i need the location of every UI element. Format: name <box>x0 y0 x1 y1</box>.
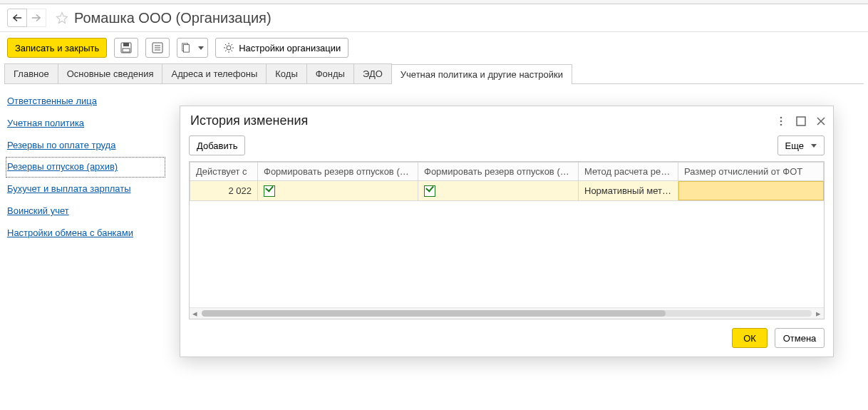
svg-point-9 <box>227 46 231 50</box>
cell-size[interactable] <box>678 181 824 201</box>
svg-point-12 <box>780 123 782 125</box>
sidebar-item-bank-exchange[interactable]: Настройки обмена с банками <box>7 225 164 242</box>
tab-bar: Главное Основные сведения Адреса и телеф… <box>4 63 864 84</box>
sidebar-item-payroll[interactable]: Бухучет и выплата зарплаты <box>7 180 164 198</box>
favorite-star-icon[interactable] <box>56 11 68 24</box>
cell-reserve-nu[interactable] <box>418 181 579 201</box>
tab-addresses-phones[interactable]: Адреса и телефоны <box>162 63 267 83</box>
tab-basic-info[interactable]: Основные сведения <box>58 63 163 83</box>
col-method[interactable]: Метод расчета ре… <box>579 163 678 181</box>
svg-rect-8 <box>184 45 190 53</box>
tab-codes[interactable]: Коды <box>266 63 306 83</box>
sidebar-item-responsible-persons[interactable]: Ответственные лица <box>7 93 164 111</box>
col-reserve-bu[interactable]: Формировать резерв отпусков (БУ) <box>258 163 418 181</box>
add-button[interactable]: Добавить <box>189 135 245 155</box>
page-title: Ромашка ООО (Организация) <box>74 10 272 26</box>
sidebar-item-labor-reserves[interactable]: Резервы по оплате труда <box>7 137 164 155</box>
more-menu-icon[interactable] <box>776 116 786 126</box>
org-settings-label: Настройки организации <box>239 43 341 53</box>
tab-funds[interactable]: Фонды <box>306 63 354 83</box>
forward-button[interactable] <box>26 9 46 27</box>
back-button[interactable] <box>7 9 27 27</box>
sidebar-item-accounting-policy[interactable]: Учетная политика <box>7 115 164 133</box>
checkbox-checked-icon <box>264 185 275 197</box>
save-and-close-button[interactable]: Записать и закрыть <box>7 38 107 58</box>
cell-reserve-bu[interactable] <box>258 181 418 201</box>
cancel-button[interactable]: Отмена <box>775 328 825 348</box>
tab-accounting-policy[interactable]: Учетная политика и другие настройки <box>391 64 572 84</box>
svg-rect-2 <box>123 48 130 52</box>
history-dialog: История изменения Добавить Еще Действует… <box>180 106 834 357</box>
col-effective-from[interactable]: Действует с <box>190 163 258 181</box>
col-size[interactable]: Размер отчислений от ФОТ <box>678 163 824 181</box>
svg-point-11 <box>780 120 782 122</box>
dialog-title: История изменения <box>190 113 776 128</box>
cell-method[interactable]: Нормативный мет… <box>579 181 678 201</box>
maximize-icon[interactable] <box>796 116 806 126</box>
list-button[interactable] <box>145 38 170 58</box>
tab-edo[interactable]: ЭДО <box>353 63 392 83</box>
svg-point-10 <box>780 116 782 118</box>
col-reserve-nu[interactable]: Формировать резерв отпусков (НУ) <box>418 163 579 181</box>
org-settings-button[interactable]: Настройки организации <box>215 38 348 58</box>
cell-effective-from[interactable]: 2 022 <box>190 181 258 201</box>
close-icon[interactable] <box>816 116 826 126</box>
svg-rect-13 <box>797 117 805 125</box>
checkbox-checked-icon <box>424 185 435 197</box>
save-button[interactable] <box>114 38 138 58</box>
sidebar-item-military[interactable]: Воинский учет <box>7 203 164 220</box>
more-button[interactable]: Еще <box>777 135 825 155</box>
settings-sidebar: Ответственные лица Учетная политика Резе… <box>7 91 164 242</box>
more-button-label: Еще <box>785 140 804 151</box>
tab-main[interactable]: Главное <box>4 63 58 83</box>
svg-rect-1 <box>123 43 129 46</box>
scroll-right-icon[interactable]: ▸ <box>813 308 824 319</box>
attach-dropdown-button[interactable] <box>177 38 208 58</box>
ok-button[interactable]: ОК <box>732 328 768 348</box>
scroll-left-icon[interactable]: ◂ <box>190 308 200 319</box>
horizontal-scrollbar[interactable]: ◂ ▸ <box>190 307 824 319</box>
history-table[interactable]: Действует с Формировать резерв отпусков … <box>190 162 824 201</box>
table-row[interactable]: 2 022 Нормативный мет… <box>190 181 824 201</box>
sidebar-item-vacation-reserves-archive[interactable]: Резервы отпусков (архив) <box>7 158 164 176</box>
